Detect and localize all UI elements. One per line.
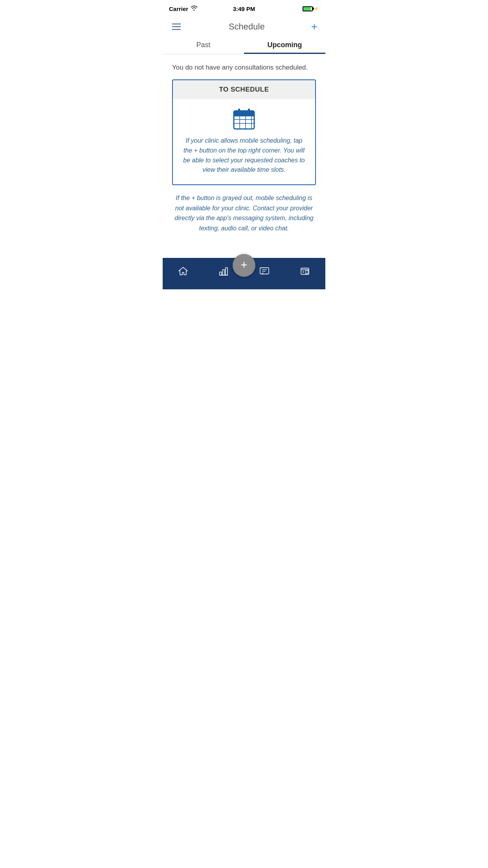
- tab-indicator: [244, 53, 325, 54]
- fab-plus-icon: +: [240, 259, 248, 271]
- calendar-icon: [232, 107, 256, 131]
- add-schedule-button[interactable]: +: [311, 21, 317, 32]
- tab-bar: Past Upcoming: [163, 36, 325, 54]
- svg-rect-10: [223, 270, 225, 275]
- no-consultations-message: You do not have any consultations schedu…: [172, 64, 316, 72]
- hamburger-line-1: [172, 24, 181, 24]
- svg-rect-11: [226, 268, 227, 275]
- bottom-nav: +: [163, 258, 325, 289]
- battery-icon: [303, 6, 313, 11]
- status-right: ⚡: [303, 6, 319, 11]
- main-content: You do not have any consultations schedu…: [163, 54, 325, 258]
- nav-header: Schedule +: [163, 17, 325, 36]
- schedule-card-title: TO SCHEDULE: [219, 86, 269, 93]
- status-bar: Carrier 3:49 PM ⚡: [163, 0, 325, 17]
- tab-past[interactable]: Past: [163, 36, 244, 54]
- schedule-card-body: If your clinic allows mobile scheduling,…: [173, 99, 315, 184]
- page-title: Schedule: [229, 22, 265, 32]
- messages-icon: [259, 266, 270, 278]
- wifi-icon: [191, 6, 198, 12]
- menu-button[interactable]: [171, 22, 182, 31]
- stats-icon: [218, 266, 229, 278]
- status-time: 3:49 PM: [233, 6, 255, 12]
- hamburger-line-2: [172, 26, 181, 27]
- svg-rect-2: [238, 108, 240, 114]
- svg-rect-9: [220, 272, 222, 275]
- fab-add-button[interactable]: +: [233, 254, 255, 277]
- charging-icon: ⚡: [314, 6, 319, 11]
- hamburger-line-3: [172, 29, 181, 30]
- battery-indicator: ⚡: [303, 6, 319, 11]
- nav-home[interactable]: [163, 266, 204, 278]
- svg-rect-20: [306, 270, 308, 274]
- carrier-label: Carrier: [169, 6, 188, 12]
- nav-records[interactable]: [285, 266, 326, 278]
- records-icon: [299, 266, 310, 278]
- svg-rect-3: [248, 108, 250, 114]
- schedule-card: TO SCHEDULE: [172, 79, 316, 185]
- schedule-card-header: TO SCHEDULE: [173, 80, 315, 99]
- schedule-card-description: If your clinic allows mobile scheduling,…: [181, 136, 307, 175]
- tab-upcoming[interactable]: Upcoming: [244, 36, 325, 54]
- svg-rect-13: [260, 268, 269, 274]
- extra-info-text: If the + button is grayed out, mobile sc…: [172, 193, 316, 233]
- home-icon: [178, 266, 189, 278]
- svg-rect-1: [234, 111, 254, 116]
- carrier-wifi: Carrier: [169, 6, 198, 12]
